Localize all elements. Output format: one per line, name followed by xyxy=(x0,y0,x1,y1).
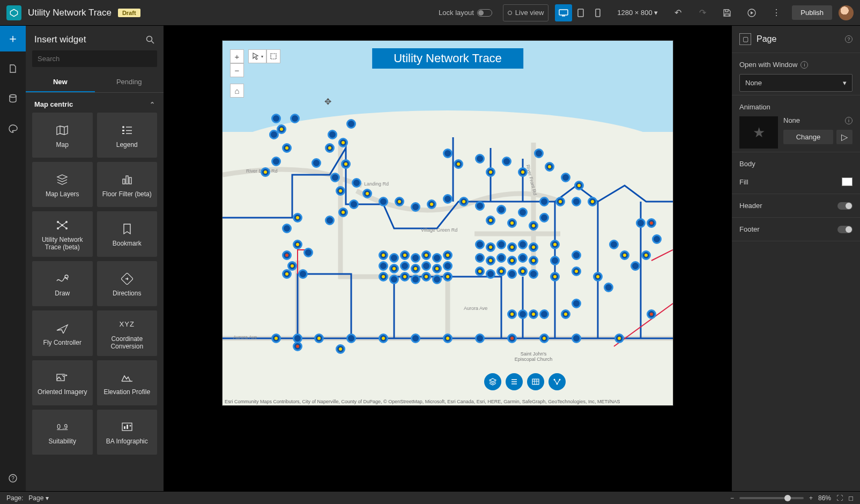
widget-search-input[interactable] xyxy=(32,50,157,67)
widget-oriented-imagery[interactable]: Oriented Imagery xyxy=(32,360,93,405)
network-node[interactable] xyxy=(349,199,359,209)
widget-legend[interactable]: Legend xyxy=(97,113,158,158)
network-node[interactable] xyxy=(338,138,348,147)
network-node[interactable] xyxy=(338,207,348,217)
network-node[interactable] xyxy=(475,201,485,211)
network-node[interactable] xyxy=(282,250,292,260)
network-node[interactable] xyxy=(312,158,321,168)
change-animation-button[interactable]: Change xyxy=(783,130,833,144)
network-node[interactable] xyxy=(411,202,420,212)
network-node[interactable] xyxy=(314,333,324,343)
network-node[interactable] xyxy=(529,256,538,265)
network-node[interactable] xyxy=(572,250,581,260)
widget-utility-network-trace[interactable]: Utility Network Trace (beta) xyxy=(32,211,93,257)
widget-bookmark[interactable]: Bookmark xyxy=(97,211,158,257)
widget-directions[interactable]: Directions xyxy=(97,261,158,306)
network-node[interactable] xyxy=(346,119,356,129)
insert-widget-rail-icon[interactable]: ＋ xyxy=(0,26,26,51)
network-node[interactable] xyxy=(293,240,302,249)
network-node[interactable] xyxy=(550,256,560,265)
network-node[interactable] xyxy=(486,269,495,279)
network-node[interactable] xyxy=(443,149,453,158)
network-node[interactable] xyxy=(293,213,302,223)
info-icon[interactable]: i xyxy=(800,61,808,69)
network-node[interactable] xyxy=(271,157,281,166)
network-node[interactable] xyxy=(529,269,538,279)
widget-ba-infographic[interactable]: BA Infographic xyxy=(97,410,158,455)
network-node[interactable] xyxy=(475,333,485,343)
network-node[interactable] xyxy=(379,250,388,260)
network-node[interactable] xyxy=(411,333,420,343)
network-node[interactable] xyxy=(379,272,388,281)
network-node[interactable] xyxy=(395,197,404,206)
network-node[interactable] xyxy=(561,173,570,182)
network-node[interactable] xyxy=(518,207,528,217)
network-node[interactable] xyxy=(341,159,351,169)
network-node[interactable] xyxy=(529,309,538,319)
network-node[interactable] xyxy=(293,342,302,351)
network-node[interactable] xyxy=(379,333,388,343)
theme-rail-icon[interactable] xyxy=(0,116,26,142)
network-node[interactable] xyxy=(328,130,337,139)
network-node[interactable] xyxy=(421,272,431,281)
zoom-out-icon[interactable]: − xyxy=(730,494,734,502)
network-node[interactable] xyxy=(271,114,281,123)
zoom-out-button[interactable]: − xyxy=(230,63,244,77)
data-rail-icon[interactable] xyxy=(0,86,26,112)
network-node[interactable] xyxy=(539,197,549,206)
network-node[interactable] xyxy=(389,253,399,263)
home-extent-button[interactable]: ⌂ xyxy=(230,84,244,98)
network-node[interactable] xyxy=(346,333,356,343)
desktop-icon[interactable] xyxy=(555,4,572,21)
network-node[interactable] xyxy=(411,275,420,284)
network-node[interactable] xyxy=(550,272,560,281)
network-node[interactable] xyxy=(389,264,399,273)
network-node[interactable] xyxy=(652,234,662,244)
network-node[interactable] xyxy=(271,333,281,343)
network-node[interactable] xyxy=(529,221,538,231)
network-node[interactable] xyxy=(432,275,442,284)
network-node[interactable] xyxy=(496,205,506,214)
network-node[interactable] xyxy=(518,167,528,177)
network-node[interactable] xyxy=(282,224,292,233)
widget-floor-filter[interactable]: Floor Filter (beta) xyxy=(97,162,158,207)
network-node[interactable] xyxy=(518,240,528,249)
fill-color-swatch[interactable] xyxy=(842,177,852,186)
undo-icon[interactable]: ↶ xyxy=(669,4,687,22)
network-node[interactable] xyxy=(496,240,506,249)
network-node[interactable] xyxy=(389,275,399,284)
network-node[interactable] xyxy=(379,197,388,206)
network-node[interactable] xyxy=(545,162,554,172)
redo-icon[interactable]: ↷ xyxy=(693,4,711,22)
legend-tool-icon[interactable] xyxy=(506,373,523,390)
network-node[interactable] xyxy=(486,167,495,177)
network-node[interactable] xyxy=(282,143,292,153)
network-node[interactable] xyxy=(330,173,340,182)
network-node[interactable] xyxy=(336,344,345,354)
save-icon[interactable] xyxy=(718,4,736,22)
network-node[interactable] xyxy=(325,216,335,225)
network-node[interactable] xyxy=(486,256,495,265)
clear-selection-button[interactable] xyxy=(266,49,280,63)
network-node[interactable] xyxy=(636,218,646,228)
trace-tool-icon[interactable] xyxy=(548,373,566,390)
select-tool-button[interactable]: ▾ xyxy=(248,49,266,63)
network-node[interactable] xyxy=(411,264,420,273)
more-menu-icon[interactable]: ⋮ xyxy=(767,4,785,22)
network-node[interactable] xyxy=(593,272,603,281)
network-node[interactable] xyxy=(261,167,270,177)
network-node[interactable] xyxy=(475,154,485,164)
network-node[interactable] xyxy=(518,266,528,276)
network-node[interactable] xyxy=(604,283,613,292)
network-node[interactable] xyxy=(443,272,453,281)
viewport-size-selector[interactable]: 1280 × 800 ▾ xyxy=(613,9,662,17)
header-toggle[interactable] xyxy=(837,202,852,210)
preview-icon[interactable] xyxy=(743,4,761,22)
widget-map[interactable]: Map xyxy=(32,113,93,158)
live-view-button[interactable]: Live view xyxy=(503,4,548,21)
network-node[interactable] xyxy=(486,242,495,252)
network-node[interactable] xyxy=(298,269,308,279)
zoom-in-icon[interactable]: + xyxy=(809,494,813,502)
network-node[interactable] xyxy=(507,309,517,319)
widget-map-layers[interactable]: Map Layers xyxy=(32,162,93,207)
